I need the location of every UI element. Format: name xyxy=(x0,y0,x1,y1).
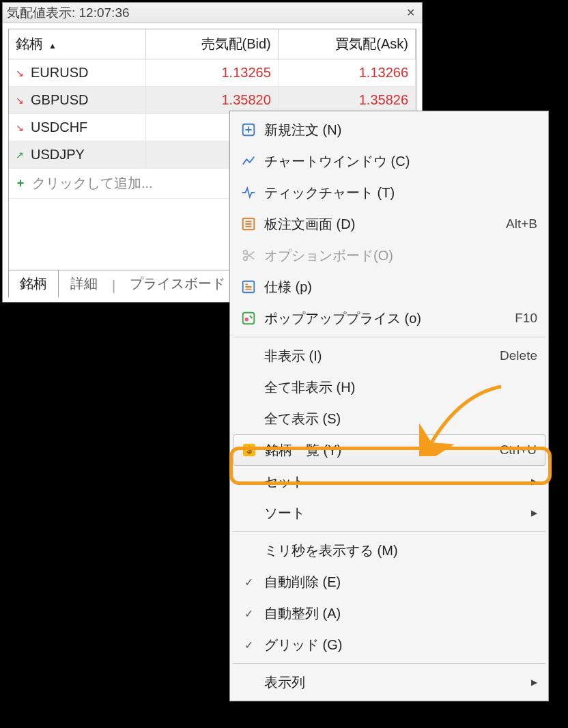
arrow-down-icon: ↘ xyxy=(16,122,24,133)
tab-bar: 銘柄 詳細 | プライスボード xyxy=(8,273,237,298)
add-label: クリックして追加... xyxy=(32,174,153,193)
menu-hide[interactable]: 非表示 (I) Delete xyxy=(231,340,547,372)
menu-separator xyxy=(233,663,545,664)
panel-title: 気配値表示: 12:07:36 xyxy=(7,4,130,22)
submenu-arrow-icon: ▶ xyxy=(531,508,537,518)
menu-auto-arrange[interactable]: ✓ 自動整列 (A) xyxy=(231,598,547,629)
menu-grid[interactable]: ✓ グリッド (G) xyxy=(231,629,547,660)
menu-separator xyxy=(233,531,545,532)
context-menu: 新規注文 (N) チャートウインドウ (C) ティックチャート (T) 板注文画… xyxy=(229,111,549,701)
symbol-name: EURUSD xyxy=(31,65,88,81)
tab-priceboard[interactable]: プライスボード xyxy=(118,270,237,298)
arrow-down-icon: ↘ xyxy=(16,95,24,106)
tab-symbols[interactable]: 銘柄 xyxy=(8,270,59,298)
menu-sort[interactable]: ソート ▶ xyxy=(231,497,547,529)
spec-icon xyxy=(237,279,260,294)
check-icon: ✓ xyxy=(237,576,260,589)
menu-dom[interactable]: 板注文画面 (D) Alt+B xyxy=(231,208,547,240)
menu-show-ms[interactable]: ミリ秒を表示する (M) xyxy=(231,535,547,566)
menu-new-order[interactable]: 新規注文 (N) xyxy=(231,114,547,145)
svg-rect-5 xyxy=(243,313,255,324)
table-row[interactable]: ↘GBPUSD1.358201.35826 xyxy=(9,87,416,114)
bid-value: 1.35820 xyxy=(145,87,278,114)
menu-option-board: オプションボード(O) xyxy=(231,240,547,271)
menu-tick-chart[interactable]: ティックチャート (T) xyxy=(231,177,547,208)
check-icon: ✓ xyxy=(237,607,260,620)
menu-popup-prices[interactable]: ポップアッププライス (o) F10 xyxy=(231,303,547,334)
submenu-arrow-icon: ▶ xyxy=(531,677,537,687)
menu-symbols-list[interactable]: $ 銘柄一覧 (Y) Ctrl+U xyxy=(233,434,545,466)
arrow-up-icon: ↗ xyxy=(16,150,24,160)
header-row: 銘柄▲ 売気配(Bid) 買気配(Ask) xyxy=(9,29,416,59)
popup-icon xyxy=(237,311,260,326)
close-icon[interactable]: ✕ xyxy=(403,6,418,19)
ask-value: 1.13266 xyxy=(278,59,415,87)
menu-hide-all[interactable]: 全て非表示 (H) xyxy=(231,372,547,403)
dollar-icon: $ xyxy=(238,443,261,458)
bid-value: 1.13265 xyxy=(145,59,278,87)
scissors-icon xyxy=(237,248,260,263)
submenu-arrow-icon: ▶ xyxy=(531,477,537,486)
symbol-name: GBPUSD xyxy=(31,92,88,108)
symbol-name: USDJPY xyxy=(31,147,85,163)
chart-line-icon xyxy=(237,154,260,169)
menu-chart-window[interactable]: チャートウインドウ (C) xyxy=(231,145,547,177)
ask-value: 1.35826 xyxy=(278,87,415,114)
menu-sets[interactable]: セット ▶ xyxy=(231,466,547,497)
col-bid[interactable]: 売気配(Bid) xyxy=(145,29,278,59)
pulse-icon xyxy=(237,185,260,200)
svg-point-6 xyxy=(245,318,249,322)
svg-text:$: $ xyxy=(246,445,252,456)
table-row[interactable]: ↘EURUSD1.132651.13266 xyxy=(9,59,416,87)
check-icon: ✓ xyxy=(237,639,260,652)
arrow-down-icon: ↘ xyxy=(16,68,24,79)
symbol-name: USDCHF xyxy=(31,120,87,135)
plus-icon: + xyxy=(16,176,25,191)
sort-asc-icon: ▲ xyxy=(48,41,57,51)
col-ask[interactable]: 買気配(Ask) xyxy=(278,29,415,59)
menu-auto-delete[interactable]: ✓ 自動削除 (E) xyxy=(231,566,547,598)
col-symbol[interactable]: 銘柄▲ xyxy=(9,29,145,59)
menu-show-all[interactable]: 全て表示 (S) xyxy=(231,403,547,434)
tab-separator: | xyxy=(109,274,118,298)
menu-separator xyxy=(233,337,545,337)
list-box-icon xyxy=(237,216,260,232)
titlebar: 気配値表示: 12:07:36 ✕ xyxy=(3,3,422,23)
menu-specification[interactable]: 仕様 (p) xyxy=(231,271,547,303)
plus-box-icon xyxy=(237,122,260,137)
menu-columns[interactable]: 表示列 ▶ xyxy=(231,667,547,698)
tab-details[interactable]: 詳細 xyxy=(59,270,109,298)
